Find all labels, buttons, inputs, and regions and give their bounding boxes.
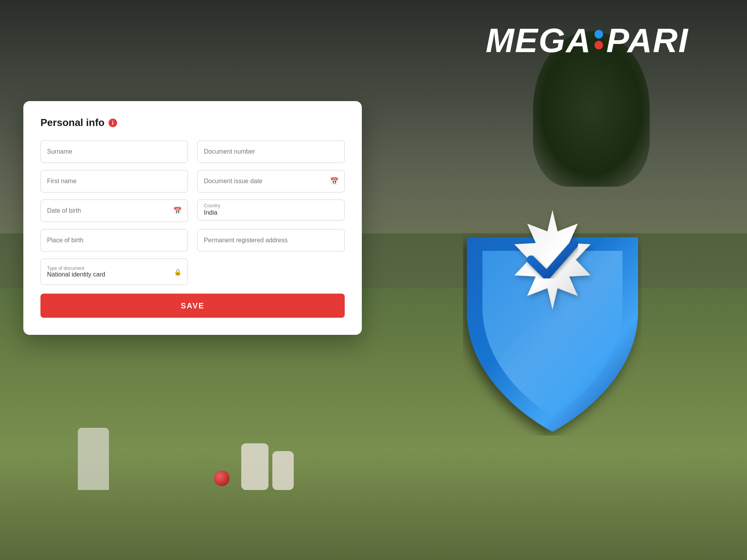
shield-container: [436, 198, 669, 451]
form-card: Personal info i 📅 📅 Country: [23, 101, 362, 335]
document-number-field-group: [197, 140, 345, 163]
form-title: Personal info: [40, 117, 105, 129]
date-of-birth-field-group: 📅: [40, 200, 188, 222]
surname-field-group: [40, 140, 188, 163]
first-name-input[interactable]: [40, 170, 188, 192]
permanent-address-field-group: [197, 229, 345, 252]
cricket-figure: [78, 428, 109, 490]
document-issue-date-input[interactable]: [197, 170, 345, 192]
lock-icon: 🔒: [174, 268, 182, 276]
cricket-pad-1: [241, 443, 268, 490]
first-name-field-group: [40, 170, 188, 192]
place-of-birth-input[interactable]: [40, 229, 188, 252]
save-button[interactable]: SAVE: [40, 294, 345, 318]
type-of-document-field[interactable]: Type of document National identity card: [40, 259, 188, 285]
calendar-icon-dob: 📅: [173, 206, 182, 215]
logo-container: MEGA PARI: [486, 23, 689, 58]
type-of-document-label: Type of document: [47, 266, 169, 271]
form-grid: 📅 📅 Country India Type of document Nat: [40, 140, 345, 285]
dot-blue: [594, 30, 603, 38]
type-of-document-value: National identity card: [47, 271, 169, 278]
document-issue-date-field-group: 📅: [197, 170, 345, 192]
surname-input[interactable]: [40, 140, 188, 163]
calendar-icon-doc: 📅: [330, 177, 338, 186]
type-of-document-field-group: Type of document National identity card …: [40, 259, 188, 285]
checkmark-wrapper: [525, 236, 580, 285]
star-badge: [494, 202, 611, 319]
country-value: India: [204, 209, 217, 216]
place-of-birth-field-group: [40, 229, 188, 252]
logo-pari: PARI: [606, 23, 689, 58]
shield-body-outer: [463, 226, 642, 436]
info-icon: i: [109, 119, 117, 127]
document-number-input[interactable]: [197, 140, 345, 163]
cricket-ball: [214, 471, 230, 486]
logo-mega: MEGA: [486, 23, 591, 58]
country-field[interactable]: Country India: [197, 200, 345, 220]
logo-dots: [594, 30, 603, 49]
checkmark-svg: [525, 236, 580, 283]
date-of-birth-input[interactable]: [40, 200, 188, 222]
cricket-pad-2: [272, 451, 294, 490]
dot-red: [594, 41, 603, 49]
country-field-group: Country India: [197, 200, 345, 222]
country-label: Country: [204, 203, 338, 208]
form-header: Personal info i: [40, 117, 345, 129]
permanent-address-input[interactable]: [197, 229, 345, 252]
